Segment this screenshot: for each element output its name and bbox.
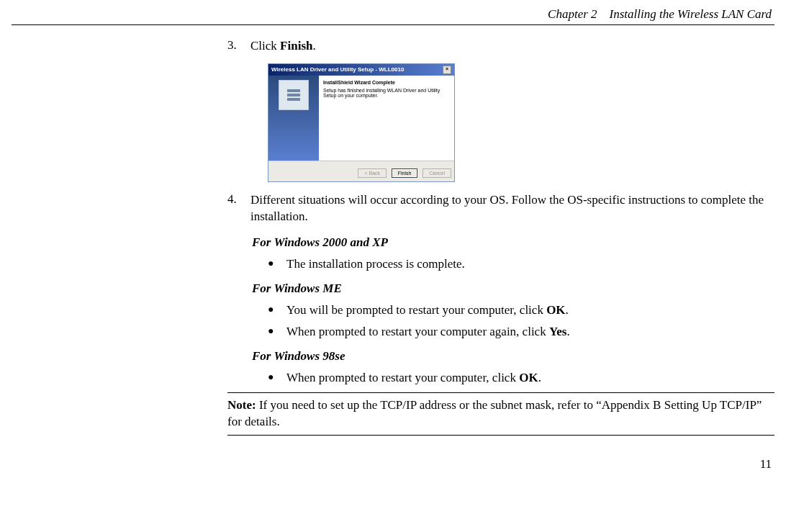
bullet-icon: ●: [268, 303, 286, 317]
os-heading-2000xp: For Windows 2000 and XP: [252, 235, 774, 250]
cancel-button: Cancel: [423, 168, 451, 178]
chapter-title: Installing the Wireless LAN Card: [610, 7, 772, 21]
finish-button[interactable]: Finish: [392, 168, 418, 178]
list-item: ● When prompted to restart your computer…: [268, 371, 774, 385]
back-button: < Back: [358, 168, 387, 178]
os-heading-me: For Windows ME: [252, 281, 774, 296]
step-4: 4. Different situations will occur accor…: [227, 192, 774, 225]
wizard-heading: InstallShield Wizard Complete: [323, 80, 450, 85]
wizard-main: InstallShield Wizard Complete Setup has …: [319, 76, 454, 161]
list-item: ● When prompted to restart your computer…: [268, 325, 774, 339]
wizard-title-text: Wireless LAN Driver and Utility Setup - …: [271, 66, 404, 73]
bullet-text: You will be prompted to restart your com…: [286, 303, 774, 317]
wizard-dialog: Wireless LAN Driver and Utility Setup - …: [268, 63, 455, 182]
bullet-text: When prompted to restart your computer, …: [286, 371, 774, 385]
wizard-body: InstallShield Wizard Complete Setup has …: [268, 76, 454, 161]
wizard-footer: < Back Finish Cancel: [268, 161, 454, 181]
step-number: 4.: [227, 192, 250, 225]
page-number: 11: [12, 457, 774, 472]
wizard-side-graphic: [268, 76, 319, 161]
step-body: Different situations will occur accordin…: [250, 192, 774, 225]
installer-icon: [279, 80, 309, 110]
wizard-titlebar: Wireless LAN Driver and Utility Setup - …: [268, 64, 454, 76]
bullet-icon: ●: [268, 325, 286, 339]
wizard-text: Setup has finished installing WLAN Drive…: [323, 88, 450, 98]
chapter-label: Chapter 2: [548, 7, 597, 21]
bullet-icon: ●: [268, 257, 286, 271]
note-block: Note: If you need to set up the TCP/IP a…: [227, 393, 774, 436]
page-content: 3. Click Finish. Wireless LAN Driver and…: [227, 25, 774, 436]
bullet-text: When prompted to restart your computer a…: [286, 325, 774, 339]
close-icon[interactable]: ×: [443, 66, 451, 74]
bullet-icon: ●: [268, 371, 286, 385]
list-item: ● You will be prompted to restart your c…: [268, 303, 774, 317]
step-3: 3. Click Finish.: [227, 38, 774, 55]
page-header: Chapter 2 Installing the Wireless LAN Ca…: [12, 7, 774, 25]
os-heading-98se: For Windows 98se: [252, 349, 774, 364]
bullet-text: The installation process is complete.: [286, 257, 774, 271]
list-item: ● The installation process is complete.: [268, 257, 774, 271]
step-body: Click Finish.: [250, 38, 774, 55]
note-text: If you need to set up the TCP/IP address…: [227, 398, 762, 428]
note-label: Note:: [227, 398, 256, 412]
step-number: 3.: [227, 38, 250, 55]
